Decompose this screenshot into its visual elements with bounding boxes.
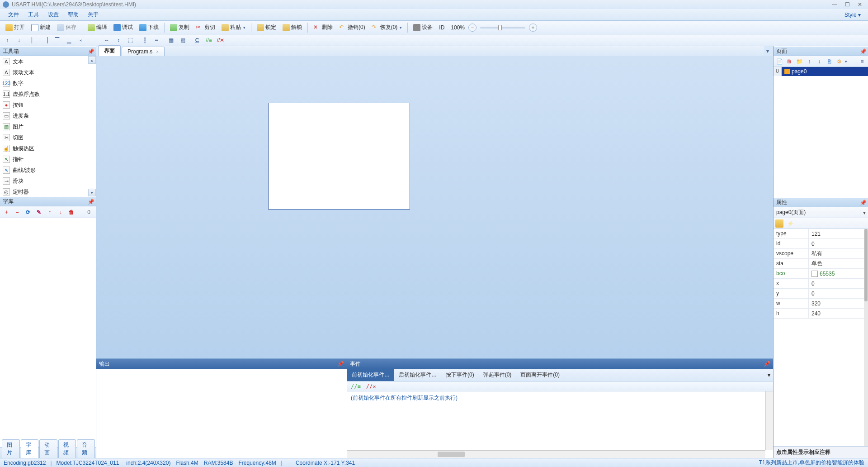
event-tab-preinit[interactable]: 前初始化事件… [347, 369, 394, 381]
pin-icon[interactable]: 📌 [337, 361, 344, 367]
add-page-button[interactable]: 📄 [775, 57, 783, 66]
tab-picture[interactable]: 图片 [2, 439, 20, 458]
scroll-up-button[interactable]: ▴ [88, 56, 96, 64]
property-row[interactable]: h240 [774, 309, 868, 319]
undo-button[interactable]: ↶撤销(0) [336, 23, 368, 32]
property-value[interactable]: 0 [809, 279, 868, 288]
scrollbar-horizontal[interactable] [347, 450, 765, 458]
text-tool[interactable]: A文本 [0, 56, 96, 67]
property-value[interactable]: 320 [809, 299, 868, 308]
picture-tool[interactable]: ▨图片 [0, 121, 96, 132]
uncomment-icon[interactable]: //✕ [366, 383, 376, 390]
event-tabs-dropdown[interactable]: ▾ [765, 372, 773, 378]
delete-font-button[interactable]: 🗑 [68, 209, 75, 216]
pin-icon[interactable]: 📌 [860, 200, 865, 205]
unlock-button[interactable]: 解锁 [280, 23, 305, 32]
arrow-down-icon[interactable]: ↓ [14, 36, 24, 45]
close-icon[interactable]: × [156, 49, 159, 54]
debug-button[interactable]: 调试 [111, 23, 136, 32]
id-toggle[interactable]: ID [436, 24, 447, 32]
tab-design[interactable]: 界面 [98, 45, 121, 56]
align-vcenter-icon[interactable]: ⫟ [88, 36, 97, 45]
redo-button[interactable]: ↷恢复(0)▾ [369, 23, 405, 32]
minimize-button[interactable]: — [829, 1, 840, 8]
slider-tool[interactable]: ⊸滑块 [0, 176, 96, 186]
property-row[interactable]: x0 [774, 279, 868, 289]
scroll-text-tool[interactable]: A滚动文本 [0, 67, 96, 78]
menu-about[interactable]: 关于 [83, 10, 103, 20]
menu-help[interactable]: 帮助 [63, 10, 83, 20]
arrow-up-icon[interactable]: ↑ [3, 36, 12, 45]
event-tab-leave[interactable]: 页面离开事件(0) [516, 369, 564, 381]
scrollbar-vertical[interactable] [765, 391, 773, 450]
event-tab-press[interactable]: 按下事件(0) [441, 369, 479, 381]
lock-button[interactable]: 锁定 [254, 23, 279, 32]
tab-audio[interactable]: 音频 [77, 439, 95, 458]
zoom-in-button[interactable]: + [529, 24, 537, 32]
maximize-button[interactable]: ☐ [842, 1, 853, 8]
page-down-button[interactable]: ↓ [815, 57, 823, 66]
tab-animation[interactable]: 动画 [39, 439, 57, 458]
pin-icon[interactable]: 📌 [88, 199, 93, 204]
property-row[interactable]: w320 [774, 299, 868, 309]
close-button[interactable]: ✕ [854, 1, 865, 8]
property-row[interactable]: y0 [774, 289, 868, 299]
compile-button[interactable]: 编译 [85, 23, 110, 32]
zoom-slider[interactable] [480, 27, 525, 29]
comment-c-icon[interactable]: C [193, 36, 202, 45]
property-row[interactable]: bco65535 [774, 269, 868, 279]
align-right-icon[interactable]: ▕ [41, 36, 50, 45]
paste-button[interactable]: 粘贴▾ [219, 23, 248, 32]
property-row[interactable]: vscope私有 [774, 249, 868, 259]
distribute-v-icon[interactable]: ┅ [152, 36, 161, 45]
page-up-button[interactable]: ↑ [805, 57, 813, 66]
pin-icon[interactable]: 📌 [88, 48, 93, 54]
page-row[interactable]: 0 page0 [774, 67, 868, 76]
add-font-button[interactable]: + [3, 209, 10, 216]
chevron-down-icon[interactable]: ▾ [860, 209, 868, 217]
misc-icon-2[interactable]: ▨ [178, 36, 187, 45]
edit-font-button[interactable]: ✎ [35, 209, 42, 216]
progressbar-tool[interactable]: ▭进度条 [0, 110, 96, 121]
button-tool[interactable]: ●按钮 [0, 100, 96, 110]
tab-program[interactable]: Program.s× [122, 47, 165, 56]
hotspot-tool[interactable]: ☝触摸热区 [0, 143, 96, 154]
refresh-font-button[interactable]: ⟳ [24, 209, 32, 216]
settings-page-button[interactable]: ⚙ [835, 57, 843, 66]
folder-page-button[interactable]: 📁 [795, 57, 803, 66]
scroll-down-button[interactable]: ▾ [88, 189, 96, 196]
crop-tool[interactable]: ✂切图 [0, 132, 96, 143]
cut-button[interactable]: ✂剪切 [193, 23, 218, 32]
menu-tools[interactable]: 工具 [24, 10, 43, 20]
copy-page-button[interactable]: ⎘ [825, 57, 833, 66]
property-value[interactable]: 私有 [809, 249, 868, 258]
tabs-dropdown-icon[interactable]: ▾ [764, 48, 771, 55]
design-canvas-area[interactable] [96, 56, 773, 358]
open-button[interactable]: 打开 [3, 23, 28, 32]
moveup-font-button[interactable]: ↑ [46, 209, 53, 216]
menu-settings[interactable]: 设置 [43, 10, 63, 20]
comment-slash-icon[interactable]: //≡ [204, 36, 213, 45]
float-tool[interactable]: 1.1虚拟浮点数 [0, 89, 96, 100]
same-width-icon[interactable]: ↔ [102, 36, 111, 45]
number-tool[interactable]: 123数字 [0, 78, 96, 89]
device-button[interactable]: 设备 [410, 23, 435, 32]
zoom-out-button[interactable]: − [468, 24, 476, 32]
waveform-tool[interactable]: ∿曲线/波形 [0, 165, 96, 176]
comment-icon[interactable]: //≡ [351, 383, 361, 390]
copy-button[interactable]: 复制 [167, 23, 192, 32]
timer-tool[interactable]: ◴定时器 [0, 186, 96, 196]
event-tab-release[interactable]: 弹起事件(0) [479, 369, 516, 381]
uncomment-icon[interactable]: //✕ [216, 36, 225, 45]
property-row[interactable]: type121 [774, 229, 868, 239]
property-value[interactable]: 240 [809, 309, 868, 318]
page-canvas[interactable] [268, 103, 410, 210]
property-value[interactable]: 65535 [809, 269, 868, 278]
alphabetical-icon[interactable]: ⚡ [786, 219, 794, 228]
property-value[interactable]: 0 [809, 239, 868, 248]
property-row[interactable]: id0 [774, 239, 868, 249]
delete-button[interactable]: ✕删除 [311, 23, 335, 32]
tab-fontlib[interactable]: 字库 [21, 439, 39, 458]
misc-icon-1[interactable]: ▦ [166, 36, 175, 45]
pin-icon[interactable]: 📌 [860, 48, 865, 54]
